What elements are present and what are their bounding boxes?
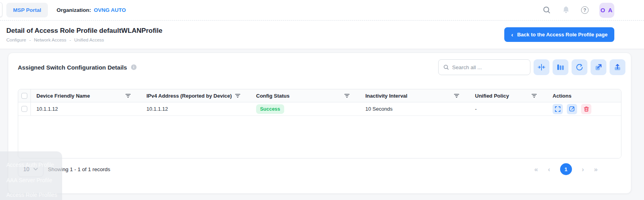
table-toolbar	[534, 59, 625, 75]
upload-icon	[614, 63, 621, 71]
collapse-columns-button[interactable]	[534, 59, 549, 75]
status-badge: Success	[256, 104, 284, 114]
cell-inactivity-interval: 10 Seconds	[356, 102, 465, 115]
filter-icon[interactable]	[453, 93, 460, 99]
filter-icon[interactable]	[125, 93, 131, 99]
cell-unified-policy: -	[465, 102, 543, 115]
chevron-left-icon: ‹	[511, 31, 513, 38]
collapse-columns-icon	[538, 63, 545, 71]
filter-icon[interactable]	[531, 93, 538, 99]
breadcrumb: Configure - Network Access - Unified Acc…	[6, 38, 162, 42]
back-button-label: Back to the Access Role Profile page	[517, 32, 608, 38]
last-page-button[interactable]: »	[594, 166, 598, 173]
previous-page-button[interactable]: ‹	[548, 166, 550, 173]
search-input[interactable]	[452, 64, 525, 70]
user-avatar[interactable]: O A	[599, 3, 614, 18]
help-icon[interactable]: ?	[581, 6, 589, 14]
table-empty-area	[18, 116, 621, 158]
table-header-row: Device Friendly Name IPv4 Address (Repor…	[18, 89, 621, 102]
table-row[interactable]: 10.1.1.12 10.1.1.12 Success 10 Seconds -	[18, 102, 621, 116]
first-page-button[interactable]: «	[534, 166, 538, 173]
back-to-access-role-profile-button[interactable]: ‹ Back to the Access Role Profile page	[504, 27, 614, 42]
breadcrumb-item-network-access[interactable]: Network Access	[34, 38, 66, 42]
info-icon[interactable]: i	[131, 64, 137, 70]
notifications-bell-icon[interactable]	[562, 6, 570, 15]
column-label: Unified Policy	[475, 93, 509, 99]
organization-label: Organization:	[57, 7, 91, 13]
search-input-icon	[443, 64, 449, 70]
search-box	[438, 59, 530, 75]
current-page-button[interactable]: 1	[560, 163, 572, 175]
refresh-button[interactable]	[572, 59, 587, 75]
organization-value-link[interactable]: OVNG AUTO	[94, 7, 126, 13]
cell-config-status: Success	[247, 102, 356, 115]
column-label: Config Status	[256, 93, 290, 99]
chevron-down-icon	[33, 168, 38, 171]
next-page-button[interactable]: ›	[582, 166, 584, 173]
export-button[interactable]	[610, 59, 625, 75]
column-header-config-status: Config Status	[247, 89, 356, 102]
pagination: « ‹ 1 › »	[534, 163, 598, 175]
cell-actions	[543, 102, 621, 115]
page-header-text: Detail of Access Role Profile defaultWLA…	[6, 27, 162, 42]
page-title: Detail of Access Role Profile defaultWLA…	[6, 27, 162, 35]
edit-icon	[569, 106, 575, 112]
card-header: Assigned Switch Configuration Details i	[8, 53, 631, 75]
table-footer: 10 Showing 1 - 1 of 1 records « ‹ 1 › »	[18, 161, 621, 177]
page-size-select[interactable]: 10	[18, 162, 44, 177]
cell-device-friendly-name: 10.1.1.12	[31, 102, 137, 115]
search-icon[interactable]	[542, 6, 551, 15]
msp-portal-button[interactable]: MSP Portal	[6, 3, 48, 17]
assigned-switch-config-card: Assigned Switch Configuration Details i	[8, 53, 631, 194]
expand-icon	[555, 106, 560, 112]
breadcrumb-separator: -	[70, 38, 71, 42]
edit-row-button[interactable]	[567, 104, 577, 114]
card-title: Assigned Switch Configuration Details	[18, 64, 127, 71]
topbar: MSP Portal Organization: OVNG AUTO ? O A	[0, 0, 644, 21]
trash-icon	[584, 106, 589, 112]
filter-icon[interactable]	[344, 93, 350, 99]
topbar-actions: ? O A	[542, 3, 614, 18]
filter-icon[interactable]	[234, 93, 241, 99]
breadcrumb-separator: -	[29, 38, 31, 42]
page-header: Detail of Access Role Profile defaultWLA…	[0, 21, 644, 49]
columns-icon	[557, 63, 564, 71]
column-header-inactivity-interval: Inactivity Interval	[356, 89, 465, 102]
refresh-icon	[576, 63, 583, 71]
cell-ipv4-address: 10.1.1.12	[137, 102, 247, 115]
external-link-icon	[595, 63, 602, 71]
column-label: Device Friendly Name	[36, 93, 90, 99]
column-label: Inactivity Interval	[365, 93, 407, 99]
switch-config-table: Device Friendly Name IPv4 Address (Repor…	[18, 89, 621, 158]
breadcrumb-item-unified-access[interactable]: Unified Access	[74, 38, 104, 42]
column-header-actions: Actions	[543, 89, 621, 102]
column-header-unified-policy: Unified Policy	[465, 89, 543, 102]
records-summary: Showing 1 - 1 of 1 records	[48, 166, 110, 172]
row-checkbox-cell	[18, 102, 31, 115]
collapsed-drawer-handle[interactable]	[0, 2, 2, 17]
manage-columns-button[interactable]	[553, 59, 568, 75]
column-label: IPv4 Address (Reported by Device)	[146, 93, 232, 99]
breadcrumb-item-configure[interactable]: Configure	[6, 38, 26, 42]
delete-row-button[interactable]	[581, 104, 591, 114]
row-checkbox[interactable]	[21, 106, 27, 112]
column-header-ipv4-address: IPv4 Address (Reported by Device)	[137, 89, 247, 102]
column-header-device-friendly-name: Device Friendly Name	[31, 89, 137, 102]
column-label: Actions	[553, 93, 572, 99]
header-checkbox-cell	[18, 89, 31, 102]
expand-row-button[interactable]	[553, 104, 563, 114]
page-size-value: 10	[23, 166, 30, 172]
open-in-new-button[interactable]	[591, 59, 606, 75]
select-all-checkbox[interactable]	[21, 93, 27, 99]
